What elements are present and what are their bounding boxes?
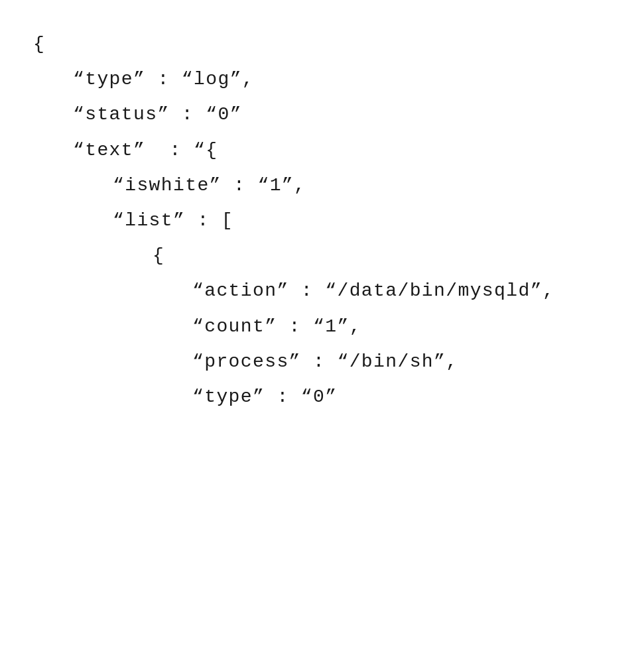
json-line: “status” : “0” [33, 97, 611, 132]
json-line: “type” : “0” [33, 379, 611, 414]
json-line: “iswhite” : “1”, [33, 168, 611, 203]
json-line: “type” : “log”, [33, 62, 611, 97]
json-line: “count” : “1”, [33, 309, 611, 344]
json-line: “list” : [ [33, 203, 611, 238]
json-line: “action” : “/data/bin/mysqld”, [33, 273, 611, 308]
json-line: “text” : “{ [33, 133, 611, 168]
json-viewer: {“type” : “log”,“status” : “0”“text” : “… [33, 27, 611, 414]
json-line: “process” : “/bin/sh”, [33, 344, 611, 379]
json-line: { [33, 27, 611, 62]
json-line: { [33, 238, 611, 273]
